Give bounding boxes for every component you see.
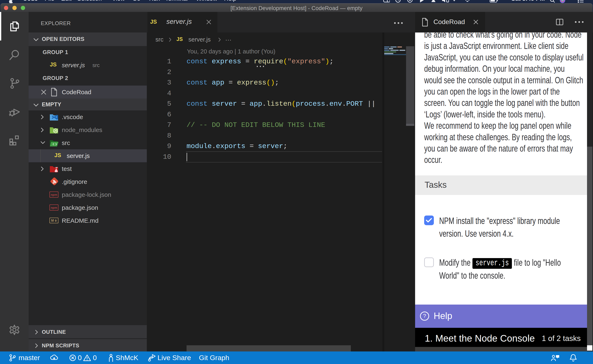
svg-text:M: M xyxy=(51,219,54,222)
svg-text:JS: JS xyxy=(54,129,57,132)
svg-text:?: ? xyxy=(423,313,426,319)
svg-text:npm: npm xyxy=(51,206,57,209)
svg-text:npm: npm xyxy=(51,193,57,196)
